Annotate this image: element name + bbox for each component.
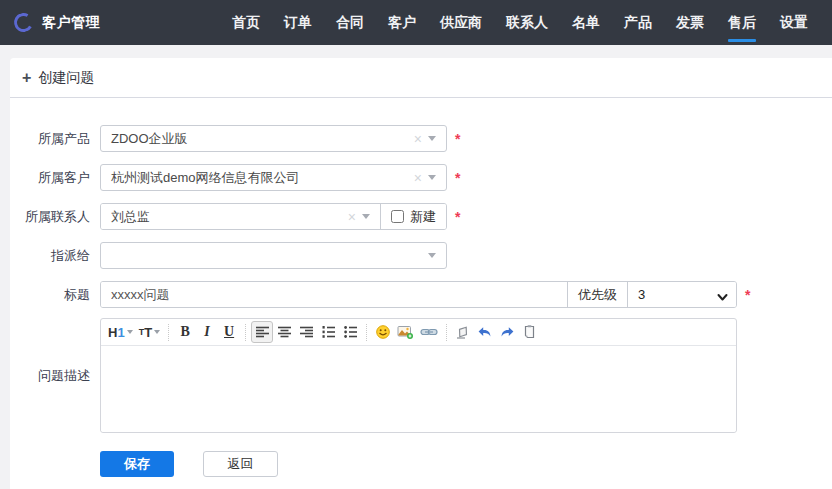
assignee-select[interactable]: [100, 242, 447, 269]
plus-icon: +: [22, 70, 31, 86]
nav-item-contracts[interactable]: 合同: [324, 0, 376, 45]
nav-item-home[interactable]: 首页: [220, 0, 272, 45]
clear-icon[interactable]: ×: [342, 210, 362, 224]
rich-text-editor: H1 TT B I U: [100, 318, 737, 433]
chevron-down-icon: [362, 214, 370, 219]
card-header: + 创建问题: [10, 58, 832, 98]
customer-value: 杭州测试demo网络信息有限公司: [101, 169, 408, 187]
new-contact-label: 新建: [410, 208, 436, 226]
redo-icon[interactable]: [496, 321, 518, 343]
nav-item-products[interactable]: 产品: [612, 0, 664, 45]
contact-select[interactable]: 刘总监 ×: [101, 204, 380, 229]
nav-item-settings[interactable]: 设置: [768, 0, 820, 45]
product-select[interactable]: ZDOO企业版 ×: [100, 125, 447, 152]
required-asterisk: *: [455, 170, 460, 186]
chevron-down-icon: [428, 253, 436, 258]
priority-select[interactable]: 3: [628, 282, 736, 307]
paste-icon[interactable]: [518, 321, 540, 343]
contact-label: 所属联系人: [10, 208, 90, 226]
clear-icon[interactable]: ×: [408, 132, 428, 146]
nav-item-invoices[interactable]: 发票: [664, 0, 716, 45]
align-center-icon[interactable]: [273, 321, 295, 343]
contact-value: 刘总监: [101, 208, 342, 226]
page-background: + 创建问题 所属产品 ZDOO企业版 × * 所属客户: [0, 45, 832, 489]
back-button[interactable]: 返回: [203, 451, 278, 477]
app-logo-c-icon: [12, 11, 35, 34]
product-value: ZDOO企业版: [101, 130, 408, 148]
nav-item-orders[interactable]: 订单: [272, 0, 324, 45]
priority-label: 优先级: [567, 282, 627, 307]
customer-label: 所属客户: [10, 169, 90, 187]
toolbar-divider: [245, 324, 246, 341]
required-asterisk: *: [745, 287, 750, 303]
nav-item-lists[interactable]: 名单: [560, 0, 612, 45]
new-contact-checkbox[interactable]: [391, 210, 404, 223]
description-label: 问题描述: [10, 367, 90, 385]
clear-icon[interactable]: ×: [408, 171, 428, 185]
required-asterisk: *: [455, 131, 460, 147]
align-left-icon[interactable]: [251, 321, 273, 343]
app-title: 客户管理: [42, 14, 100, 32]
heading-icon[interactable]: H1: [105, 321, 136, 343]
save-button[interactable]: 保存: [100, 451, 174, 477]
italic-icon[interactable]: I: [196, 321, 218, 343]
nav-item-customers[interactable]: 客户: [376, 0, 428, 45]
assignee-label: 指派给: [10, 247, 90, 265]
form-actions: 保存 返回: [100, 451, 832, 477]
form-row-description: 问题描述 H1 TT: [10, 318, 832, 433]
font-size-icon[interactable]: TT: [136, 321, 163, 343]
form-row-product: 所属产品 ZDOO企业版 × *: [10, 125, 832, 152]
image-icon[interactable]: [394, 321, 417, 343]
create-issue-form: 所属产品 ZDOO企业版 × * 所属客户 杭州测试demo网络信息有限公司: [10, 98, 832, 477]
top-navbar: 客户管理 首页 订单 合同 客户 供应商 联系人 名单 产品 发票 售后 设置: [0, 0, 832, 45]
chevron-down-icon: [428, 175, 436, 180]
emoji-icon[interactable]: [372, 321, 394, 343]
align-right-icon[interactable]: [295, 321, 317, 343]
new-contact-addon: 新建: [380, 204, 446, 229]
chevron-down-icon: [154, 330, 160, 334]
title-label: 标题: [10, 286, 90, 304]
title-input[interactable]: [101, 282, 567, 307]
editor-toolbar: H1 TT B I U: [101, 319, 736, 346]
bold-icon[interactable]: B: [174, 321, 196, 343]
eraser-icon[interactable]: [452, 321, 474, 343]
chevron-down-icon: [127, 330, 133, 334]
create-issue-card: + 创建问题 所属产品 ZDOO企业版 × * 所属客户: [10, 58, 832, 489]
chevron-down-icon: [428, 136, 436, 141]
product-label: 所属产品: [10, 130, 90, 148]
toolbar-divider: [168, 324, 169, 341]
form-row-assignee: 指派给: [10, 242, 832, 269]
ordered-list-icon[interactable]: [317, 321, 339, 343]
nav-item-aftersales[interactable]: 售后: [716, 0, 768, 45]
form-row-customer: 所属客户 杭州测试demo网络信息有限公司 × *: [10, 164, 832, 191]
toolbar-divider: [446, 324, 447, 341]
form-row-title: 标题 优先级 3 *: [10, 281, 832, 308]
link-icon[interactable]: [417, 321, 441, 343]
unordered-list-icon[interactable]: [339, 321, 361, 343]
undo-icon[interactable]: [474, 321, 496, 343]
required-asterisk: *: [455, 209, 460, 225]
underline-icon[interactable]: U: [218, 321, 240, 343]
nav-item-suppliers[interactable]: 供应商: [428, 0, 494, 45]
page-title: 创建问题: [38, 69, 94, 87]
description-textarea[interactable]: [101, 346, 736, 432]
toolbar-divider: [366, 324, 367, 341]
form-row-contact: 所属联系人 刘总监 × 新建 *: [10, 203, 832, 230]
nav-item-contacts[interactable]: 联系人: [494, 0, 560, 45]
customer-select[interactable]: 杭州测试demo网络信息有限公司 ×: [100, 164, 447, 191]
main-nav: 首页 订单 合同 客户 供应商 联系人 名单 产品 发票 售后 设置: [220, 0, 820, 45]
